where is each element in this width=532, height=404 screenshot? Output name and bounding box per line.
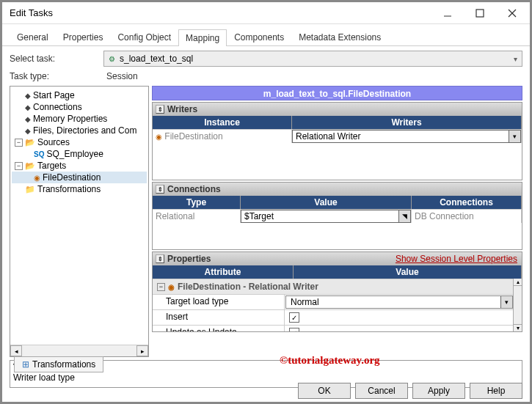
prop-insert-checkbox[interactable]: ✓ [289,312,299,323]
transformations-icon: ⊞ [22,359,29,370]
connections-title: Connections [167,184,221,194]
diamond-icon: ◆ [25,103,31,111]
connections-row-value: $Target [244,211,274,221]
ok-button[interactable]: OK [298,383,351,399]
select-task-value: s_load_text_to_sql [120,54,193,64]
tree-pane: ◆Start Page ◆Connections ◆Memory Propert… [10,86,149,357]
titlebar: Edit Tasks [2,2,530,24]
writers-row-writer: Relational Writer [296,131,360,142]
tree-transformations[interactable]: 📁Transformations [12,183,147,195]
writers-section: ⇕Writers Instance Writers ◉ FileDestinat… [152,102,522,180]
properties-col-val: Value [294,265,522,279]
maximize-button[interactable] [464,3,496,23]
target-icon: ◉ [156,133,162,141]
show-session-level-link[interactable]: Show Session Level Properties [396,254,517,264]
folder-icon: 📁 [25,185,35,194]
help-button[interactable]: Help [470,383,522,399]
properties-vscroll[interactable] [513,279,522,331]
collapse-icon[interactable]: − [157,283,165,291]
gear-icon: ⚙ [109,55,115,63]
diamond-icon: ◆ [25,92,31,100]
connections-section: ⇕Connections Type Value Connections Rela… [152,182,522,250]
mapping-ribbon: m_load_text_to_sql.FileDestination [152,86,522,100]
tree-targets[interactable]: −📂Targets [12,160,147,172]
task-type-value: Session [103,71,522,81]
properties-group-label: FileDestination - Relational Writer [178,282,318,292]
close-button[interactable] [496,3,528,23]
connections-col-value: Value [241,196,412,209]
chevron-down-icon: ▾ [514,55,517,63]
window-title: Edit Tasks [10,7,431,18]
tab-config-object[interactable]: Config Object [110,29,178,45]
tab-components[interactable]: Components [227,29,291,45]
info-body: Writer load type [13,372,75,383]
watermark: ©tutorialgateway.org [280,354,380,367]
prop-target-load-type-value: Normal [291,297,319,307]
select-task-dropdown[interactable]: ⚙ s_load_text_to_sql ▾ [103,51,522,67]
target-icon: ◉ [34,174,40,182]
tree-hscroll[interactable]: ◂ ▸ [10,345,148,356]
properties-title: Properties [167,254,211,264]
target-icon: ◉ [168,283,175,291]
dropdown-button-icon: ◥ [398,210,410,222]
tree-memory-properties[interactable]: ◆Memory Properties [12,113,147,125]
select-task-label: Select task: [10,54,98,64]
section-toggle[interactable]: ⇕ [156,254,164,263]
connections-col-conn: Connections [412,196,522,209]
connections-value-dropdown[interactable]: $Target ◥ [241,210,411,223]
tab-general[interactable]: General [10,29,56,45]
sq-icon: SQ [34,150,44,158]
scroll-track[interactable] [22,345,136,356]
connections-row-conn: DB Connection [412,210,522,223]
tree-connections[interactable]: ◆Connections [12,101,147,113]
connections-row-type: Relational [153,210,241,223]
section-toggle[interactable]: ⇕ [156,185,164,194]
tree-sq-employee[interactable]: SQSQ_Employee [12,148,147,160]
prop-update-as-update-label: Update as Update [153,326,285,331]
transformations-label: Transformations [32,359,95,370]
connections-col-type: Type [153,196,241,209]
prop-target-load-type-label: Target load type [153,295,285,309]
tab-metadata-extensions[interactable]: Metadata Extensions [291,29,388,45]
minimize-button[interactable] [431,3,464,23]
tree-files-directories[interactable]: ◆Files, Directories and Com [12,125,147,136]
section-toggle[interactable]: ⇕ [156,105,164,114]
collapse-icon[interactable]: − [15,162,23,170]
folder-icon: 📂 [25,138,35,147]
chevron-down-icon: ▾ [509,131,520,142]
task-type-label: Task type: [10,71,98,81]
properties-section: ⇕ Properties Show Session Level Properti… [152,251,522,332]
scroll-right-icon[interactable]: ▸ [136,345,148,356]
writers-writer-dropdown[interactable]: Relational Writer ▾ [292,130,521,143]
tabs: General Properties Config Object Mapping… [2,24,530,46]
tree-sources[interactable]: −📂Sources [12,136,147,148]
writers-title: Writers [167,104,197,114]
cancel-button[interactable]: Cancel [355,383,408,399]
writers-col-instance: Instance [153,116,292,129]
chevron-down-icon: ▾ [500,296,512,308]
prop-target-load-type-select[interactable]: Normal ▾ [285,295,513,309]
prop-update-as-update-checkbox[interactable]: ✓ [289,328,299,331]
diamond-icon: ◆ [25,127,31,135]
collapse-icon[interactable]: − [15,139,23,147]
properties-group-header[interactable]: − ◉ FileDestination - Relational Writer [153,279,522,295]
tab-mapping[interactable]: Mapping [178,29,227,46]
writers-col-writers: Writers [292,116,522,129]
transformations-button[interactable]: ⊞ Transformations [14,356,103,372]
diamond-icon: ◆ [25,115,31,123]
apply-button[interactable]: Apply [412,383,465,399]
tab-properties[interactable]: Properties [56,29,111,45]
writers-row-instance: FileDestination [164,131,222,142]
folder-icon: 📂 [25,161,35,171]
tree-filedestination[interactable]: ◉FileDestination [12,172,147,183]
scroll-left-icon[interactable]: ◂ [10,345,22,356]
tree-start-page[interactable]: ◆Start Page [12,89,147,101]
prop-insert-label: Insert [153,310,285,325]
properties-col-attr: Attribute [153,265,294,279]
svg-rect-1 [476,10,484,17]
